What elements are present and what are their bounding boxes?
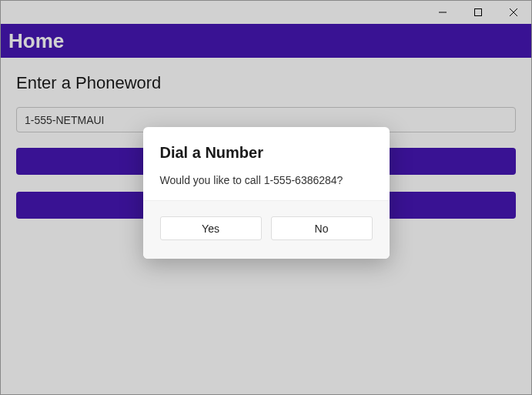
dialog-button-row: Yes No [143, 200, 390, 259]
dialog-title: Dial a Number [160, 144, 373, 162]
yes-button[interactable]: Yes [160, 216, 262, 240]
no-button[interactable]: No [271, 216, 373, 240]
dial-dialog: Dial a Number Would you like to call 1-5… [143, 127, 390, 259]
dialog-body: Dial a Number Would you like to call 1-5… [143, 127, 390, 200]
dialog-message: Would you like to call 1-555-6386284? [160, 174, 373, 186]
modal-overlay: Dial a Number Would you like to call 1-5… [1, 1, 531, 394]
